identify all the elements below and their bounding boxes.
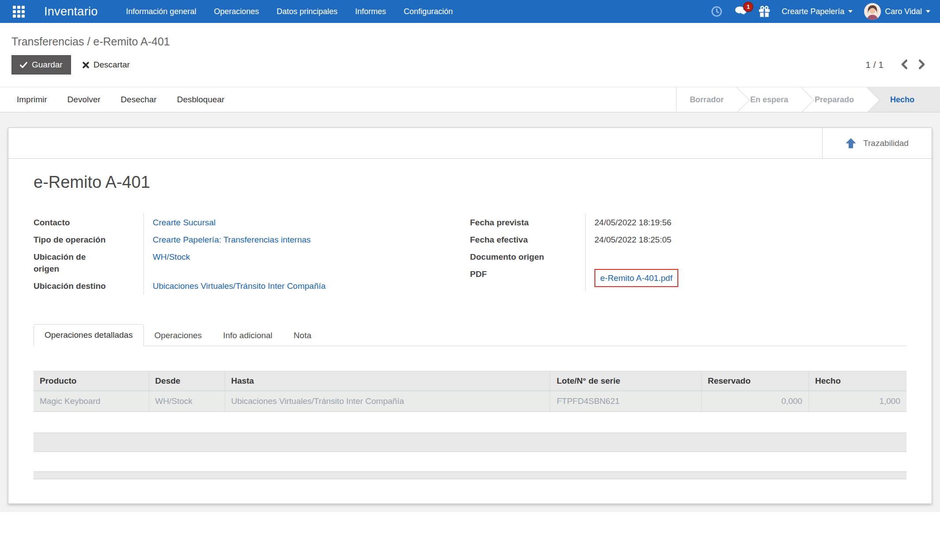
field-fecha-prevista: Fecha prevista 24/05/2022 18:19:56 — [470, 214, 906, 231]
field-label: Fecha prevista — [470, 214, 586, 231]
field-contacto: Contacto Crearte Sucursal — [34, 214, 470, 231]
traceability-button[interactable]: Trazabilidad — [822, 128, 932, 158]
contact-link[interactable]: Crearte Sucursal — [153, 218, 216, 227]
effective-date-value: 24/05/2022 18:25:05 — [586, 231, 671, 248]
print-button[interactable]: Imprimir — [17, 95, 47, 105]
field-label: Fecha efectiva — [470, 231, 586, 248]
field-label: PDF — [470, 265, 586, 291]
unlock-button[interactable]: Desbloquear — [177, 95, 225, 105]
empty-row — [34, 471, 906, 479]
field-documento-origen: Documento origen — [470, 248, 906, 265]
gift-icon — [759, 6, 770, 17]
status-step-borrador[interactable]: Borrador — [677, 87, 737, 112]
activities-button[interactable] — [711, 6, 722, 17]
chevron-down-icon — [848, 10, 853, 13]
field-value: e-Remito A-401.pdf — [586, 265, 678, 291]
content-area: Trazabilidad e-Remito A-401 Contacto Cre… — [0, 112, 940, 512]
return-button[interactable]: Devolver — [68, 95, 101, 105]
app-brand[interactable]: Inventario — [44, 5, 98, 19]
source-document-value — [586, 248, 594, 265]
field-value: Ubicaciones Virtuales/Tránsito Inter Com… — [144, 277, 326, 295]
breadcrumb-parent[interactable]: Transferencias — [11, 35, 84, 48]
discard-button[interactable]: Descartar — [83, 60, 130, 70]
statusbar: Imprimir Devolver Desechar Desbloquear B… — [0, 87, 940, 112]
table-row[interactable]: Magic Keyboard WH/Stock Ubicaciones Virt… — [34, 391, 906, 412]
scrap-button[interactable]: Desechar — [121, 95, 157, 105]
column-header-producto[interactable]: Producto — [34, 371, 149, 391]
statusbar-buttons: Imprimir Devolver Desechar Desbloquear — [0, 87, 225, 112]
destination-location-link[interactable]: Ubicaciones Virtuales/Tránsito Inter Com… — [153, 281, 326, 291]
field-label: Documento origen — [470, 248, 586, 265]
cell-reservado: 0,000 — [701, 391, 808, 412]
field-label: Contacto — [34, 214, 144, 231]
chevron-down-icon — [926, 10, 930, 13]
discard-label: Descartar — [94, 60, 130, 70]
field-group-left: Contacto Crearte Sucursal Tipo de operac… — [34, 214, 470, 295]
source-location-link[interactable]: WH/Stock — [153, 252, 190, 261]
operation-type-link[interactable]: Crearte Papelería: Transferencias intern… — [153, 235, 311, 244]
field-ubicacion-destino: Ubicación destino Ubicaciones Virtuales/… — [34, 277, 470, 295]
table-header-row: Producto Desde Hasta Lote/N° de serie Re… — [34, 371, 906, 391]
pager-count: 1 / 1 — [865, 60, 884, 70]
apps-menu-button[interactable] — [10, 3, 27, 20]
save-button[interactable]: Guardar — [11, 55, 71, 75]
message-count-badge: 1 — [743, 2, 753, 12]
field-pdf: PDF e-Remito A-401.pdf — [470, 265, 906, 291]
form-sheet: Trazabilidad e-Remito A-401 Contacto Cre… — [8, 127, 932, 504]
pager-previous-button[interactable] — [898, 57, 911, 73]
empty-row — [34, 433, 906, 452]
field-label: Ubicación de origen — [34, 248, 144, 277]
notebook-tabs: Operaciones detalladas Operaciones Info … — [34, 324, 906, 346]
pager: 1 / 1 — [865, 57, 929, 73]
cell-desde: WH/Stock — [149, 391, 225, 412]
column-header-reservado[interactable]: Reservado — [701, 371, 808, 391]
chevron-right-icon — [917, 59, 927, 70]
status-step-label: Preparado — [815, 95, 854, 104]
company-name: Crearte Papelería — [782, 7, 844, 16]
nav-item-datos-principales[interactable]: Datos principales — [277, 7, 338, 16]
field-label: Ubicación destino — [34, 277, 144, 295]
field-label: Tipo de operación — [34, 231, 144, 248]
save-label: Guardar — [32, 60, 63, 70]
column-header-hasta[interactable]: Hasta — [225, 371, 550, 391]
chevron-left-icon — [899, 59, 909, 70]
cell-lote: FTPFD4SBN621 — [550, 391, 701, 412]
field-fecha-efectiva: Fecha efectiva 24/05/2022 18:25:05 — [470, 231, 906, 248]
pdf-link[interactable]: e-Remito A-401.pdf — [600, 273, 673, 283]
rewards-button[interactable] — [759, 6, 770, 17]
column-header-hecho[interactable]: Hecho — [808, 371, 906, 391]
column-header-lote[interactable]: Lote/N° de serie — [550, 371, 701, 391]
top-navbar: Inventario Información general Operacion… — [0, 0, 940, 23]
user-menu[interactable]: Caro Vidal — [864, 3, 930, 20]
button-box: Trazabilidad — [8, 128, 932, 159]
sheet-body: e-Remito A-401 Contacto Crearte Sucursal… — [8, 159, 932, 479]
navbar-right: 1 Crearte Papelería — [711, 3, 930, 20]
nav-item-configuracion[interactable]: Configuración — [404, 7, 453, 16]
tab-nota[interactable]: Nota — [283, 325, 322, 346]
company-switcher[interactable]: Crearte Papelería — [782, 7, 853, 16]
traceability-label: Trazabilidad — [863, 138, 909, 148]
field-groups: Contacto Crearte Sucursal Tipo de operac… — [34, 214, 906, 295]
cell-hecho: 1,000 — [808, 391, 906, 412]
pdf-highlight-box: e-Remito A-401.pdf — [594, 269, 678, 287]
tab-operaciones[interactable]: Operaciones — [144, 325, 213, 346]
nav-item-operaciones[interactable]: Operaciones — [214, 7, 259, 16]
tab-operaciones-detalladas[interactable]: Operaciones detalladas — [34, 324, 144, 346]
messages-button[interactable]: 1 — [734, 6, 747, 17]
operations-table: Producto Desde Hasta Lote/N° de serie Re… — [34, 371, 906, 412]
field-value: Crearte Papelería: Transferencias intern… — [144, 231, 311, 248]
status-step-label: Borrador — [690, 95, 724, 104]
field-value: Crearte Sucursal — [144, 214, 216, 231]
pager-next-button[interactable] — [915, 57, 929, 73]
scheduled-date-value: 24/05/2022 18:19:56 — [586, 214, 671, 231]
field-ubicacion-origen: Ubicación de origen WH/Stock — [34, 248, 470, 277]
breadcrumb-current-label: e-Remito A-401 — [93, 35, 170, 48]
status-pipeline: Borrador En espera Preparado Hecho — [676, 87, 940, 112]
nav-item-informes[interactable]: Informes — [355, 7, 386, 16]
nav-item-informacion-general[interactable]: Información general — [126, 7, 196, 16]
avatar — [864, 3, 881, 20]
cell-producto: Magic Keyboard — [34, 391, 149, 412]
tab-info-adicional[interactable]: Info adicional — [212, 325, 283, 346]
column-header-desde[interactable]: Desde — [149, 371, 225, 391]
status-step-label: Hecho — [890, 95, 914, 104]
